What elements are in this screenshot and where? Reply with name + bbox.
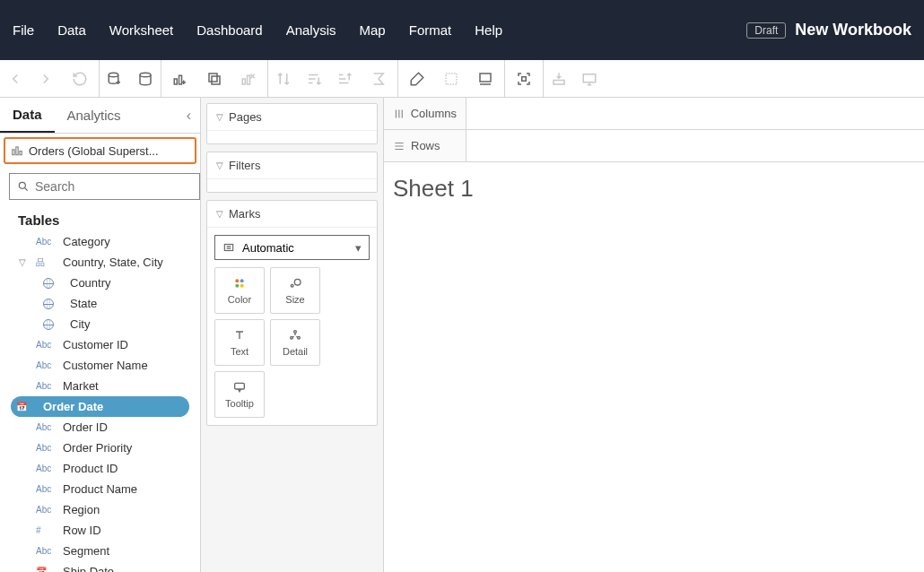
new-datasource-button[interactable] bbox=[100, 60, 130, 98]
tooltip-button[interactable]: Tooltip bbox=[214, 371, 265, 418]
toolbar bbox=[0, 60, 924, 98]
workbook-title[interactable]: New Workbook bbox=[795, 21, 911, 39]
group-button[interactable] bbox=[436, 60, 466, 98]
data-pane: Data Analytics ‹ Orders (Global Superst.… bbox=[0, 98, 201, 572]
svg-point-16 bbox=[19, 182, 25, 188]
svg-rect-10 bbox=[522, 76, 527, 81]
field-row-id[interactable]: #Row ID bbox=[0, 520, 200, 541]
field-product-name[interactable]: AbcProduct Name bbox=[0, 479, 200, 499]
field-order-date[interactable]: 📅Order Date bbox=[11, 396, 189, 417]
menu-data[interactable]: Data bbox=[57, 22, 86, 38]
clear-button[interactable] bbox=[230, 60, 267, 98]
revert-button[interactable] bbox=[61, 60, 99, 98]
field-order-id[interactable]: AbcOrder ID bbox=[0, 417, 200, 438]
menu-help[interactable]: Help bbox=[475, 22, 502, 38]
columns-shelf[interactable] bbox=[466, 98, 924, 129]
swap-button[interactable] bbox=[268, 60, 299, 98]
marks-card: ▽Marks Automatic▾ Color Size Text Detail… bbox=[206, 200, 378, 426]
field-state[interactable]: State bbox=[0, 293, 200, 314]
svg-point-1 bbox=[140, 73, 151, 77]
field-customer-id[interactable]: AbcCustomer ID bbox=[0, 334, 200, 355]
menu-map[interactable]: Map bbox=[360, 22, 386, 38]
svg-rect-3 bbox=[179, 75, 182, 84]
svg-rect-12 bbox=[583, 74, 596, 82]
field-segment[interactable]: AbcSegment bbox=[0, 541, 200, 561]
detail-button[interactable]: Detail bbox=[270, 319, 320, 366]
filters-shelf[interactable]: ▽Filters bbox=[206, 152, 378, 193]
field-category[interactable]: AbcCategory bbox=[0, 231, 200, 252]
field-market[interactable]: AbcMarket bbox=[0, 376, 200, 396]
svg-rect-14 bbox=[16, 147, 18, 155]
svg-point-24 bbox=[294, 331, 297, 334]
canvas: Columns Rows Sheet 1 bbox=[384, 98, 924, 572]
download-button[interactable] bbox=[544, 60, 574, 98]
svg-rect-15 bbox=[20, 152, 22, 155]
search-input[interactable] bbox=[35, 179, 192, 194]
menu-analysis[interactable]: Analysis bbox=[286, 22, 336, 38]
svg-point-26 bbox=[298, 336, 301, 339]
svg-point-23 bbox=[294, 279, 301, 285]
field-country-state-city[interactable]: ▽品Country, State, City bbox=[0, 252, 200, 273]
undo-button[interactable] bbox=[0, 60, 31, 98]
collapse-pane-button[interactable]: ‹ bbox=[178, 108, 200, 124]
svg-rect-4 bbox=[209, 74, 217, 82]
field-order-priority[interactable]: AbcOrder Priority bbox=[0, 438, 200, 458]
duplicate-button[interactable] bbox=[199, 60, 230, 98]
svg-rect-9 bbox=[480, 74, 491, 82]
fit-button[interactable] bbox=[505, 60, 543, 98]
svg-rect-17 bbox=[224, 245, 232, 251]
search-icon bbox=[17, 180, 30, 193]
shelves-pane: ▽Pages ▽Filters ▽Marks Automatic▾ Color … bbox=[201, 98, 384, 572]
svg-rect-8 bbox=[446, 74, 457, 84]
columns-shelf-label: Columns bbox=[384, 98, 466, 129]
rows-shelf[interactable] bbox=[466, 130, 924, 161]
svg-point-22 bbox=[291, 284, 293, 287]
sort-asc-button[interactable] bbox=[299, 60, 329, 98]
search-input-wrap[interactable] bbox=[9, 173, 200, 200]
redo-button[interactable] bbox=[31, 60, 61, 98]
svg-rect-11 bbox=[554, 80, 564, 84]
datasource-icon bbox=[11, 144, 23, 157]
pause-autoupdates-button[interactable] bbox=[130, 60, 161, 98]
sort-desc-button[interactable] bbox=[329, 60, 360, 98]
tab-data[interactable]: Data bbox=[0, 98, 55, 133]
field-city[interactable]: City bbox=[0, 314, 200, 334]
menu-dashboard[interactable]: Dashboard bbox=[196, 22, 262, 38]
svg-point-0 bbox=[109, 73, 118, 77]
rows-icon bbox=[393, 140, 405, 152]
field-region[interactable]: AbcRegion bbox=[0, 499, 200, 520]
datasource-label: Orders (Global Superst... bbox=[29, 144, 159, 158]
menu-file[interactable]: File bbox=[13, 22, 34, 38]
present-button[interactable] bbox=[574, 60, 605, 98]
svg-point-18 bbox=[235, 279, 239, 282]
new-worksheet-button[interactable] bbox=[161, 60, 199, 98]
main-menu: File Data Worksheet Dashboard Analysis M… bbox=[13, 22, 746, 38]
tab-analytics[interactable]: Analytics bbox=[55, 98, 134, 133]
menu-worksheet[interactable]: Worksheet bbox=[109, 22, 173, 38]
datasource-item[interactable]: Orders (Global Superst... bbox=[4, 137, 196, 164]
text-button[interactable]: Text bbox=[214, 319, 265, 366]
svg-rect-27 bbox=[235, 383, 245, 389]
highlight-button[interactable] bbox=[398, 60, 436, 98]
field-customer-name[interactable]: AbcCustomer Name bbox=[0, 355, 200, 376]
menu-format[interactable]: Format bbox=[409, 22, 452, 38]
svg-rect-6 bbox=[242, 79, 245, 84]
columns-icon bbox=[393, 108, 405, 120]
field-product-id[interactable]: AbcProduct ID bbox=[0, 458, 200, 479]
draft-badge: Draft bbox=[746, 22, 786, 39]
mark-type-dropdown[interactable]: Automatic▾ bbox=[214, 235, 370, 260]
color-button[interactable]: Color bbox=[214, 267, 265, 314]
svg-rect-2 bbox=[174, 79, 177, 84]
tables-header: Tables bbox=[0, 205, 200, 231]
totals-button[interactable] bbox=[360, 60, 397, 98]
sheet-title[interactable]: Sheet 1 bbox=[384, 162, 924, 215]
size-button[interactable]: Size bbox=[270, 267, 320, 314]
svg-point-19 bbox=[240, 279, 244, 282]
field-ship-date[interactable]: 📅Ship Date bbox=[0, 561, 200, 572]
field-country[interactable]: Country bbox=[0, 273, 200, 293]
show-labels-button[interactable] bbox=[466, 60, 504, 98]
automatic-icon bbox=[222, 241, 235, 254]
pages-shelf[interactable]: ▽Pages bbox=[206, 103, 378, 144]
rows-shelf-label: Rows bbox=[384, 130, 466, 161]
svg-rect-5 bbox=[212, 76, 220, 84]
